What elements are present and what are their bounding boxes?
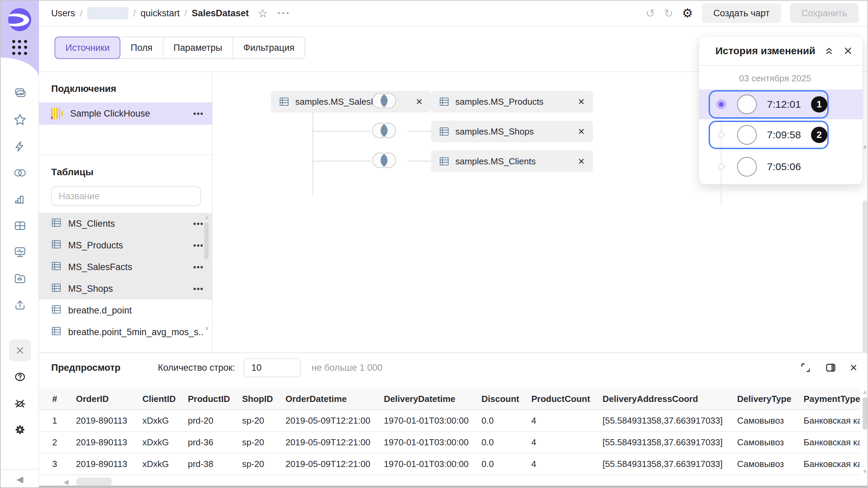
table-item-ms-products[interactable]: MS_Products ••• bbox=[39, 235, 212, 256]
join-inner-icon[interactable] bbox=[366, 89, 402, 112]
step-badge: 1 bbox=[811, 96, 827, 113]
scroll-up-icon[interactable]: ▲ bbox=[862, 143, 868, 150]
tab-fields[interactable]: Поля bbox=[120, 37, 163, 58]
table-item-ms-shops[interactable]: MS_Shops ••• bbox=[39, 278, 212, 300]
table-item-breathe-d-point[interactable]: breathe.d_point bbox=[39, 300, 212, 321]
dataset-settings-gear-icon[interactable]: ⚙ bbox=[682, 6, 693, 20]
export-upload-icon[interactable] bbox=[9, 294, 31, 316]
rows-count-input[interactable] bbox=[244, 358, 301, 377]
rows-count-label: Количество строк: bbox=[158, 363, 235, 373]
history-panel: История изменений 03 сентября 2025 7:12:… bbox=[699, 37, 863, 184]
history-title: История изменений bbox=[715, 45, 815, 57]
create-chart-button[interactable]: Создать чарт bbox=[702, 3, 781, 23]
favorite-star-icon[interactable]: ☆ bbox=[258, 7, 268, 19]
history-date: 03 сентября 2025 bbox=[739, 73, 863, 84]
undo-icon[interactable]: ↺ bbox=[646, 7, 655, 20]
breadcrumb-item-redacted[interactable] bbox=[87, 7, 129, 19]
remove-node-icon[interactable]: ✕ bbox=[578, 157, 585, 166]
topbar: Users / / quickstart / SalesDataset ☆ ··… bbox=[39, 1, 868, 26]
table-item-ms-clients[interactable]: MS_Clients ••• bbox=[39, 213, 212, 235]
history-item-1[interactable]: 7:12:01 1 bbox=[699, 89, 863, 119]
window-bottom-edge bbox=[1, 486, 867, 487]
data-panel: Подключения Sample ClickHouse ••• Таблиц… bbox=[39, 72, 213, 352]
charts-icon[interactable] bbox=[9, 188, 31, 210]
connection-menu-icon[interactable]: ••• bbox=[193, 109, 204, 118]
history-item-2[interactable]: 7:09:58 2 bbox=[699, 120, 863, 150]
avatar bbox=[737, 125, 757, 145]
table-item-ms-salesfacts[interactable]: MS_SalesFacts ••• bbox=[39, 256, 212, 278]
table-icon bbox=[439, 97, 449, 107]
history-radio[interactable] bbox=[718, 164, 724, 170]
bug-report-icon[interactable] bbox=[9, 392, 31, 414]
table-icon bbox=[51, 261, 61, 273]
expand-preview-icon[interactable] bbox=[800, 362, 811, 373]
table-menu-icon[interactable]: ••• bbox=[193, 241, 204, 250]
save-button[interactable]: Сохранить bbox=[790, 3, 859, 23]
preview-title: Предпросмотр bbox=[51, 362, 120, 373]
table-search-input[interactable] bbox=[59, 191, 194, 202]
table-icon bbox=[51, 283, 61, 295]
history-item-3[interactable]: 7:05:06 bbox=[699, 152, 863, 182]
close-nav-icon[interactable] bbox=[9, 340, 31, 361]
join-inner-icon[interactable] bbox=[366, 119, 402, 142]
avatar bbox=[737, 95, 757, 114]
favorites-star-icon[interactable] bbox=[9, 109, 31, 131]
preview-scrollbar[interactable]: ▲ ▼ bbox=[861, 388, 868, 488]
close-panel-icon[interactable] bbox=[843, 46, 853, 56]
connection-name: Sample ClickHouse bbox=[70, 108, 150, 119]
tab-parameters[interactable]: Параметры bbox=[163, 37, 233, 58]
table-icon bbox=[439, 156, 449, 166]
table-menu-icon[interactable]: ••• bbox=[193, 284, 204, 293]
more-actions-icon[interactable]: ··· bbox=[277, 7, 291, 19]
scroll-up-icon[interactable]: ▲ bbox=[862, 388, 868, 395]
datalens-logo[interactable] bbox=[8, 8, 31, 31]
remove-node-icon[interactable]: ✕ bbox=[578, 127, 585, 137]
scroll-left-icon[interactable]: ◀ bbox=[63, 478, 68, 486]
scroll-down-icon[interactable]: ▼ bbox=[862, 468, 868, 475]
dock-panel-icon[interactable] bbox=[825, 362, 836, 373]
preview-section: Предпросмотр Количество строк: не больше… bbox=[39, 352, 868, 488]
remove-node-icon[interactable]: ✕ bbox=[416, 97, 423, 107]
tab-sources[interactable]: Источники bbox=[55, 37, 120, 59]
scroll-up-icon[interactable]: ▲ bbox=[204, 214, 210, 221]
settings-gear-icon[interactable] bbox=[9, 419, 31, 441]
breadcrumb-item-dataset: SalesDataset bbox=[192, 8, 249, 19]
node-shops[interactable]: samples.MS_Shops ✕ bbox=[431, 121, 593, 142]
services-grid-icon[interactable] bbox=[12, 40, 28, 56]
tables-scrollbar[interactable]: ▲ bbox=[203, 213, 210, 333]
connections-title: Подключения bbox=[51, 83, 212, 94]
breadcrumb-item-quickstart[interactable]: quickstart bbox=[141, 8, 180, 19]
table-item-breathe-point-5min[interactable]: breathe.point_5min_avg_mos_s... bbox=[39, 321, 212, 343]
table-menu-icon[interactable]: ••• bbox=[193, 262, 204, 272]
collapse-sidebar-icon[interactable]: ◀ bbox=[1, 474, 39, 485]
table-menu-icon[interactable]: ••• bbox=[193, 219, 204, 228]
tables-icon[interactable] bbox=[9, 215, 31, 237]
history-radio[interactable] bbox=[718, 132, 724, 138]
join-inner-icon[interactable] bbox=[366, 149, 402, 171]
table-icon bbox=[51, 304, 61, 317]
remove-node-icon[interactable]: ✕ bbox=[578, 97, 585, 107]
close-preview-icon[interactable]: × bbox=[850, 362, 857, 374]
datasets-icon[interactable] bbox=[9, 162, 31, 184]
app-window: ◀ Users / / quickstart / SalesDataset ☆ … bbox=[0, 0, 868, 488]
dashboards-icon[interactable] bbox=[9, 241, 31, 263]
node-products[interactable]: samples.MS_Products ✕ bbox=[431, 91, 593, 113]
node-salesfacts[interactable]: samples.MS_SalesFacts ✕ bbox=[271, 91, 431, 113]
connection-item[interactable]: Sample ClickHouse ••• bbox=[39, 102, 212, 125]
history-radio-selected[interactable] bbox=[716, 99, 726, 109]
tables-title: Таблицы bbox=[51, 167, 212, 178]
table-row: 32019-890113xDxkGprd-38sp-202019-05-09T1… bbox=[39, 453, 860, 475]
collapse-panel-icon[interactable] bbox=[824, 46, 834, 56]
node-clients[interactable]: samples.MS_Clients ✕ bbox=[431, 150, 593, 172]
storage-folder-icon[interactable] bbox=[9, 268, 31, 289]
table-icon bbox=[439, 126, 449, 137]
scroll-down-icon[interactable]: ▼ bbox=[204, 325, 210, 332]
collections-icon[interactable] bbox=[9, 83, 31, 104]
redo-icon[interactable]: ↻ bbox=[664, 7, 673, 20]
table-search bbox=[51, 186, 201, 206]
avatar bbox=[737, 157, 757, 177]
connections-bolt-icon[interactable] bbox=[9, 136, 31, 157]
breadcrumb-item-users[interactable]: Users bbox=[51, 8, 75, 19]
help-icon[interactable] bbox=[9, 366, 31, 388]
tab-filtering[interactable]: Фильтрация bbox=[233, 37, 305, 58]
